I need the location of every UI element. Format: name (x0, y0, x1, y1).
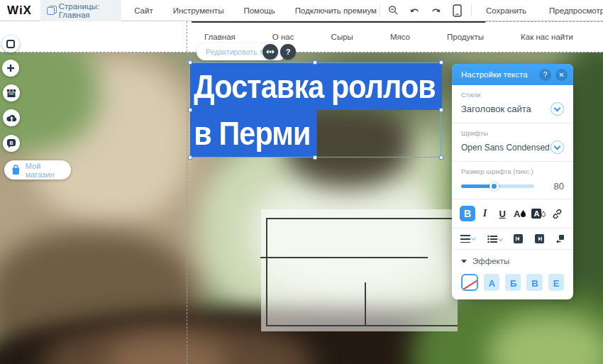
effects-row: А Б В Е (452, 270, 573, 291)
resize-handle[interactable] (313, 155, 317, 160)
resize-handle[interactable] (188, 108, 192, 112)
font-size-value[interactable]: 80 (554, 181, 564, 192)
frame-line (260, 257, 428, 258)
nav-item-find-us[interactable]: Как нас найти (521, 33, 573, 41)
pages-label: Страницы: Главная (59, 2, 103, 19)
wix-logo: WiX (0, 4, 40, 18)
square-icon (6, 40, 15, 48)
undo-icon[interactable] (404, 0, 426, 21)
editor-toolbar: WiX Страницы: Главная Сайт Инструменты П… (0, 0, 603, 21)
cloud-upload-icon (6, 114, 17, 122)
blog-bubble-icon: B (6, 138, 16, 148)
indent-right-button[interactable] (535, 234, 544, 243)
resize-handle[interactable] (188, 155, 192, 160)
shopping-bag-icon (11, 165, 21, 175)
effect-option-3[interactable]: В (526, 274, 542, 291)
menu-tools[interactable]: Инструменты (173, 6, 224, 15)
hero-text-element[interactable]: Доставка роллов в Перми (190, 62, 441, 158)
chevron-down-icon (497, 236, 502, 241)
zoom-out-icon[interactable] (383, 0, 404, 21)
decorative-frame[interactable] (261, 209, 458, 331)
nav-item-cheese[interactable]: Сыры (331, 33, 353, 41)
styles-label: Стили (461, 91, 564, 99)
italic-button[interactable]: I (477, 206, 493, 221)
font-dropdown-button[interactable] (551, 140, 564, 154)
hero-text-line2: в Перми (190, 110, 316, 157)
menu-help[interactable]: Помощь (243, 6, 275, 15)
indent-left-button[interactable] (514, 234, 523, 243)
underline-button[interactable]: U (494, 206, 510, 221)
frame-line (266, 218, 267, 326)
panel-header[interactable]: Настройки текста ? ✕ (452, 64, 573, 85)
chevron-down-icon (471, 236, 476, 241)
panel-close-button[interactable]: ✕ (555, 69, 568, 81)
resize-handle[interactable] (313, 60, 317, 65)
mobile-view-icon[interactable] (447, 0, 468, 21)
nav-item-products[interactable]: Продукты (447, 33, 484, 41)
menu-site[interactable]: Сайт (134, 6, 153, 15)
frame-line (266, 218, 458, 219)
resize-handle[interactable] (439, 60, 443, 65)
upload-media-button[interactable] (3, 109, 20, 126)
resize-handle[interactable] (188, 60, 192, 65)
site-header-strip[interactable]: Главная О нас Сыры Мясо Продукты Как нас… (0, 21, 603, 53)
pages-selector[interactable]: Страницы: Главная (40, 0, 121, 21)
effect-option-2[interactable]: Б (505, 274, 521, 291)
droplet-icon (521, 210, 526, 217)
indent-right-icon (535, 234, 544, 243)
blog-tool-button[interactable]: B (3, 135, 20, 152)
frame-line (365, 282, 366, 326)
resize-handle[interactable] (439, 155, 443, 160)
stretch-button[interactable] (262, 44, 278, 60)
slider-handle[interactable] (489, 182, 499, 191)
text-color-button[interactable]: A (512, 206, 528, 221)
link-button[interactable] (550, 206, 565, 221)
chevron-down-icon (554, 143, 561, 150)
align-left-icon (460, 235, 470, 243)
droplet-outline-icon (541, 211, 546, 217)
resize-handle[interactable] (439, 108, 443, 112)
slider-fill (461, 184, 493, 188)
editor-canvas: Главная О нас Сыры Мясо Продукты Как нас… (0, 21, 603, 364)
section-dashed-boundary (0, 52, 603, 53)
background-tool-button[interactable] (2, 35, 19, 53)
highlight-color-button[interactable]: А (529, 206, 548, 221)
toolbar-right: Сохранить Предпросмотр Опубликовать (377, 0, 603, 21)
effect-option-1[interactable]: А (484, 274, 499, 291)
nav-item-home[interactable]: Главная (204, 33, 236, 41)
nav-item-meat[interactable]: Мясо (390, 33, 410, 41)
add-element-button[interactable] (2, 60, 19, 77)
help-button[interactable]: ? (280, 44, 296, 60)
redo-icon[interactable] (426, 0, 447, 21)
highlight-glyph: А (531, 209, 541, 219)
save-button[interactable]: Сохранить (475, 6, 538, 15)
text-direction-button[interactable] (555, 234, 565, 243)
format-buttons-row: B I U A А (452, 199, 573, 228)
effects-toggle[interactable]: Эффекты (452, 250, 573, 270)
list-button[interactable] (487, 235, 502, 243)
font-size-label: Размер шрифта (пикс.) (461, 167, 564, 175)
alignment-row (452, 228, 573, 250)
plus-icon (6, 64, 15, 72)
my-store-button[interactable]: Мой магазин (4, 160, 71, 180)
section-top-border (192, 21, 485, 23)
app-market-button[interactable] (3, 84, 20, 101)
preview-button[interactable]: Предпросмотр (538, 6, 603, 15)
toolbar-menu: Сайт Инструменты Помощь Подключить преми… (134, 6, 377, 15)
menu-upgrade[interactable]: Подключить премиум (295, 6, 377, 15)
fonts-section: Шрифты Open Sans Condensed (452, 123, 573, 162)
text-settings-panel: Настройки текста ? ✕ Стили Заголовок сай… (452, 64, 573, 299)
nav-item-about[interactable]: О нас (272, 33, 294, 41)
effect-option-4[interactable]: Е (548, 274, 564, 291)
style-dropdown-button[interactable] (551, 102, 564, 116)
text-align-button[interactable] (460, 235, 475, 243)
hero-text-line1: Доставка роллов (190, 63, 442, 110)
panel-help-button[interactable]: ? (539, 69, 551, 81)
font-size-slider[interactable] (461, 184, 534, 188)
effect-none-button[interactable] (461, 274, 478, 291)
font-size-section: Размер шрифта (пикс.) 80 (452, 162, 573, 199)
font-value: Open Sans Condensed (461, 143, 550, 153)
bold-button[interactable]: B (460, 206, 475, 221)
list-icon (487, 235, 497, 243)
separator (380, 4, 380, 17)
